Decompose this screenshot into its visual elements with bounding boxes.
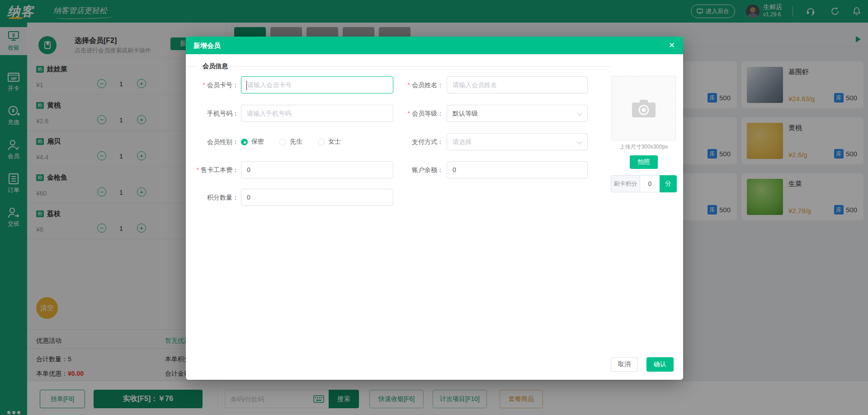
card-no-label: 会员卡号：: [189, 76, 239, 93]
radio-icon: [279, 139, 286, 145]
radio-selected-icon: [241, 139, 248, 145]
pos-screen: 纳客 纳客管店更轻松 进入后台 生鲜店 v1.29.6 ¥ 收银 VIP 开卡 …: [0, 0, 868, 415]
gender-radio-group: 保密 先生 女士: [241, 133, 341, 150]
member-name-input[interactable]: [447, 77, 587, 93]
member-name-field[interactable]: [447, 76, 588, 93]
phone-input[interactable]: [241, 105, 393, 121]
camera-icon: [631, 98, 656, 118]
swipe-points-label: 刷卡积分: [611, 175, 640, 192]
radio-icon: [318, 139, 325, 145]
confirm-button[interactable]: 确认: [646, 357, 674, 372]
card-no-field[interactable]: [241, 76, 393, 93]
section-title: 会员信息: [203, 62, 228, 70]
payment-select[interactable]: 请选择: [447, 133, 588, 150]
card-fee-field[interactable]: [241, 161, 393, 178]
member-level-label: 会员等级：: [376, 105, 443, 122]
text-caret: [246, 81, 247, 90]
phone-label: 手机号码：: [189, 105, 239, 122]
gender-option-label: 保密: [251, 138, 264, 146]
modal-title: 新增会员: [193, 37, 221, 54]
balance-label: 账户余额：: [376, 161, 443, 178]
gender-option-male[interactable]: 先生: [279, 138, 302, 146]
divider: [233, 66, 611, 67]
gender-label: 会员性别：: [189, 133, 239, 150]
member-name-label: 会员姓名：: [376, 76, 443, 93]
divider: [186, 66, 198, 67]
phone-field[interactable]: [241, 105, 393, 122]
card-no-input[interactable]: [241, 77, 393, 93]
payment-label: 支付方式：: [376, 133, 443, 150]
member-level-select[interactable]: 默认等级: [447, 105, 588, 122]
points-label: 积分数量：: [189, 189, 239, 206]
card-fee-label: 售卡工本费：: [189, 161, 239, 178]
add-member-modal: 新增会员 ✕ 会员信息 会员卡号： 会员姓名： 手机号码： 会员等级： 默认等级: [186, 37, 683, 380]
swipe-points-unit-button[interactable]: 分: [660, 175, 677, 192]
points-field[interactable]: [241, 189, 393, 206]
gender-option-label: 先生: [290, 138, 302, 146]
modal-header: 新增会员 ✕: [186, 37, 683, 54]
member-level-value: 默认等级: [447, 105, 587, 121]
member-info-section-header: 会员信息: [186, 62, 611, 71]
gender-option-secret[interactable]: 保密: [241, 138, 264, 146]
balance-field[interactable]: [447, 161, 588, 178]
balance-input[interactable]: [447, 162, 587, 178]
payment-placeholder: 请选择: [447, 134, 587, 150]
swipe-points-input[interactable]: [640, 175, 660, 192]
photo-size-hint: 上传尺寸300x300px: [603, 143, 685, 151]
card-fee-input[interactable]: [241, 162, 393, 178]
gender-option-female[interactable]: 女士: [318, 138, 341, 146]
cancel-button[interactable]: 取消: [611, 357, 638, 372]
close-icon[interactable]: ✕: [669, 37, 675, 54]
photo-upload-box[interactable]: [612, 76, 676, 140]
take-photo-button[interactable]: 拍照: [630, 155, 658, 169]
gender-option-label: 女士: [328, 138, 341, 146]
swipe-points-group: 刷卡积分 分: [611, 175, 677, 192]
points-input[interactable]: [241, 189, 393, 205]
